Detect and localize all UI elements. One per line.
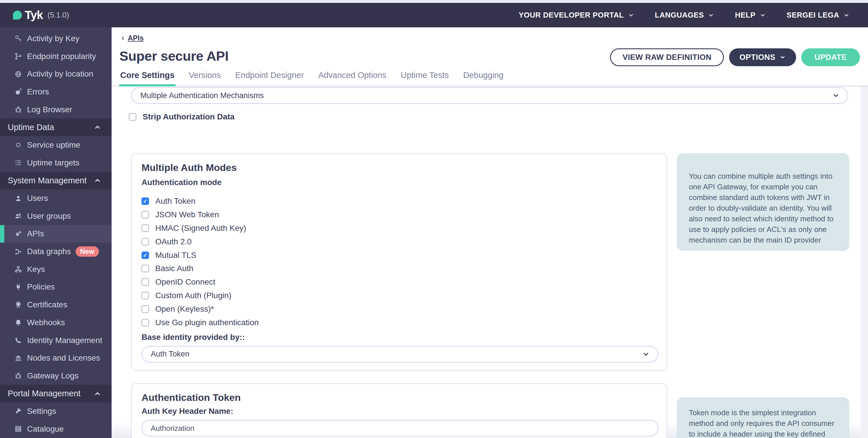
chevron-down-icon xyxy=(779,54,786,60)
panel-title: Multiple Auth Modes xyxy=(142,162,657,173)
checkbox[interactable] xyxy=(142,238,149,245)
version-label: (5.1.0) xyxy=(48,11,69,20)
sidebar-item-nodes-and-licenses[interactable]: Nodes and Licenses xyxy=(0,349,112,367)
link-icon xyxy=(14,141,22,149)
checkbox[interactable] xyxy=(142,319,149,326)
token-mode-info-box: Token mode is the simplest integration m… xyxy=(677,398,849,438)
sidebar-item-certificates[interactable]: Certificates xyxy=(0,296,112,314)
checkbox[interactable] xyxy=(142,265,149,272)
item-oauth-2-0[interactable]: OAuth 2.0 xyxy=(142,235,657,249)
checkbox[interactable] xyxy=(142,211,149,218)
options-button[interactable]: OPTIONS xyxy=(729,48,796,66)
checkbox[interactable] xyxy=(142,252,149,259)
sidebar-item-label: Data graphs xyxy=(27,247,71,256)
sidebar-item-log-browser[interactable]: Log Browser xyxy=(0,101,112,119)
breadcrumb[interactable]: APIs xyxy=(120,34,144,42)
item-auth-token[interactable]: Auth Token xyxy=(142,195,657,208)
item-mutual-tls[interactable]: Mutual TLS xyxy=(142,249,657,262)
sidebar-section-uptime-data[interactable]: Uptime Data xyxy=(0,118,112,136)
chevron-down-icon xyxy=(832,92,839,99)
sidebar-item-activity-by-location[interactable]: Activity by location xyxy=(0,65,112,83)
datagraph-icon xyxy=(14,248,22,256)
sidebar-item-settings[interactable]: Settings xyxy=(0,402,112,420)
auth-key-header-name-input[interactable] xyxy=(142,420,658,437)
brand-name: Tyk xyxy=(25,9,43,22)
item-hmac-signed-auth-key[interactable]: HMAC (Signed Auth Key) xyxy=(142,222,657,235)
cert-icon xyxy=(14,301,22,309)
strip-authorization-checkbox-row[interactable]: Strip Authorization Data xyxy=(129,112,235,121)
sidebar-item-label: APIs xyxy=(27,229,44,238)
cogs-icon xyxy=(14,230,22,238)
sidebar-item-service-uptime[interactable]: Service uptime xyxy=(0,136,112,154)
menu-item-label: HELP xyxy=(735,11,755,20)
item-basic-auth[interactable]: Basic Auth xyxy=(142,262,657,275)
sidebar-item-apis[interactable]: APIs xyxy=(0,225,112,243)
fork-icon xyxy=(14,52,22,60)
list-icon xyxy=(14,159,22,167)
item-use-go-plugin-authentication[interactable]: Use Go plugin authentication xyxy=(142,316,657,329)
header-actions: VIEW RAW DEFINITION OPTIONS UPDATE xyxy=(610,48,860,66)
browser-top-strip xyxy=(0,0,868,3)
item-json-web-token[interactable]: JSON Web Token xyxy=(142,208,657,222)
sidebar-item-users[interactable]: Users xyxy=(0,189,112,207)
chevron-down-icon xyxy=(760,12,766,19)
sidebar-item-label: Gateway Logs xyxy=(27,371,79,380)
tab-label: Core Settings xyxy=(120,70,175,80)
bell-icon xyxy=(14,319,22,326)
sidebar-item-keys[interactable]: Keys xyxy=(0,260,112,278)
checkbox[interactable] xyxy=(142,292,149,299)
item-sergei-lega[interactable]: SERGEI LEGA xyxy=(786,11,849,20)
sidebar-item-errors[interactable]: Errors xyxy=(0,83,112,101)
view-raw-definition-button[interactable]: VIEW RAW DEFINITION xyxy=(610,48,724,66)
auth-mode-label: Basic Auth xyxy=(155,264,193,273)
item-languages[interactable]: LANGUAGES xyxy=(655,11,714,20)
item-uptime-tests[interactable]: Uptime Tests xyxy=(401,70,449,86)
update-button[interactable]: UPDATE xyxy=(801,48,860,66)
sidebar-item-catalogue[interactable]: Catalogue xyxy=(0,420,112,438)
scrollbar[interactable] xyxy=(861,86,868,438)
auth-mechanism-select-value: Multiple Authentication Mechanisms xyxy=(141,91,264,100)
tab-label: Uptime Tests xyxy=(401,70,449,80)
base-identity-select[interactable]: Auth Token xyxy=(142,346,658,362)
item-openid-connect[interactable]: OpenID Connect xyxy=(142,275,657,289)
checkbox[interactable] xyxy=(142,278,149,286)
sidebar-item-gateway-logs[interactable]: Gateway Logs xyxy=(0,367,112,385)
item-advanced-options[interactable]: Advanced Options xyxy=(318,70,386,86)
item-open-keyless[interactable]: Open (Keyless)* xyxy=(142,302,657,316)
item-debugging[interactable]: Debugging xyxy=(463,70,503,86)
item-custom-auth-plugin[interactable]: Custom Auth (Plugin) xyxy=(142,289,657,302)
sidebar-item-webhooks[interactable]: Webhooks xyxy=(0,314,112,331)
item-your-developer-portal[interactable]: YOUR DEVELOPER PORTAL xyxy=(519,11,634,20)
auth-mode-label: Auth Token xyxy=(155,197,195,206)
auth-mechanism-select[interactable]: Multiple Authentication Mechanisms xyxy=(131,87,848,104)
bug-icon xyxy=(14,372,22,380)
auth-mode-label: OAuth 2.0 xyxy=(155,237,191,246)
sidebar-item-data-graphs[interactable]: Data graphs New xyxy=(0,242,112,260)
item-help[interactable]: HELP xyxy=(735,11,766,20)
sidebar-item-endpoint-popularity[interactable]: Endpoint popularity xyxy=(0,48,112,65)
sidebar-item-user-groups[interactable]: User groups xyxy=(0,207,112,225)
checkbox[interactable] xyxy=(142,305,149,313)
sidebar-item-label: Keys xyxy=(27,265,45,274)
checkbox[interactable] xyxy=(142,197,149,205)
sidebar-section-system-management[interactable]: System Management xyxy=(0,172,112,189)
tyk-logo[interactable]: Tyk (5.1.0) xyxy=(13,9,69,22)
checkbox[interactable] xyxy=(129,113,136,121)
sidebar-item-uptime-targets[interactable]: Uptime targets xyxy=(0,154,112,172)
checkbox[interactable] xyxy=(142,225,149,232)
auth-key-header-name-label: Auth Key Header Name: xyxy=(142,407,657,416)
item-versions[interactable]: Versions xyxy=(189,70,221,86)
sidebar-item-identity-management[interactable]: Identity Management xyxy=(0,331,112,349)
breadcrumb-label: APIs xyxy=(128,34,144,42)
tab-label: Endpoint Designer xyxy=(235,70,304,80)
sidebar-section-portal-management[interactable]: Portal Management xyxy=(0,385,112,403)
sidebar-item-policies[interactable]: Policies xyxy=(0,278,112,296)
sidebar-item-label: Endpoint popularity xyxy=(27,52,96,61)
sidebar-item-activity-by-key[interactable]: Activity by Key xyxy=(0,30,112,48)
item-core-settings[interactable]: Core Settings xyxy=(120,70,175,86)
item-endpoint-designer[interactable]: Endpoint Designer xyxy=(235,70,304,86)
auth-mode-label: Open (Keyless)* xyxy=(155,304,214,314)
chevron-down-icon xyxy=(843,12,849,19)
book-icon xyxy=(14,425,22,433)
authentication-mode-label: Authentication mode xyxy=(142,178,657,187)
